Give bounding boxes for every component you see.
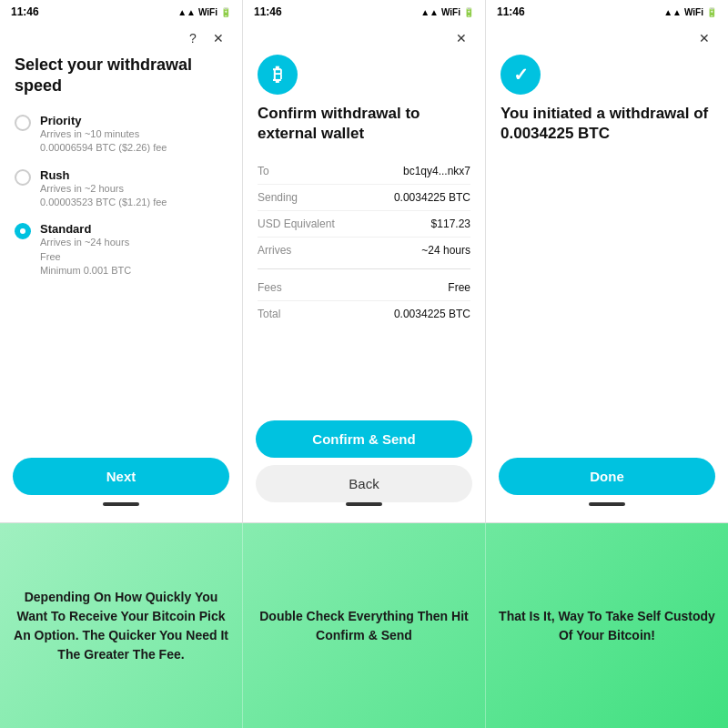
- detail-value-usd: $117.23: [431, 217, 470, 230]
- screen3-footer: Done: [486, 450, 728, 522]
- confirm-send-button[interactable]: Confirm & Send: [256, 420, 472, 458]
- btc-icon: ₿: [258, 55, 298, 95]
- status-time-3: 11:46: [497, 5, 525, 18]
- status-icons-3: ▲▲ WiFi 🔋: [663, 7, 717, 17]
- priority-desc2: 0.00006594 BTC ($2.26) fee: [40, 141, 167, 155]
- caption-cell-2: Double Check Everything Then Hit Confirm…: [243, 523, 486, 728]
- detail-usd: USD Equivalent $117.23: [258, 211, 470, 238]
- caption-cell-3: That Is It, Way To Take Self Custody Of …: [486, 523, 728, 728]
- battery-icon-3: 🔋: [706, 7, 717, 17]
- rush-desc1: Arrives in ~2 hours: [40, 182, 167, 196]
- status-icons-1: ▲▲ WiFi 🔋: [177, 7, 231, 17]
- close-icon-1[interactable]: ✕: [209, 29, 228, 47]
- success-title: You initiated a withdrawal of 0.0034225 …: [500, 104, 713, 144]
- detail-to: To bc1qy4...nkx7: [258, 158, 470, 185]
- radio-priority[interactable]: [15, 115, 31, 131]
- home-indicator-3: [589, 502, 625, 506]
- wifi-icon-3: WiFi: [684, 7, 703, 17]
- help-icon[interactable]: ?: [184, 29, 202, 47]
- standard-label: Standard: [40, 222, 131, 236]
- priority-desc1: Arrives in ~10 minutes: [40, 127, 167, 141]
- radio-rush[interactable]: [15, 169, 31, 186]
- status-bar-1: 11:46 ▲▲ WiFi 🔋: [0, 0, 242, 22]
- detail-value-sending: 0.0034225 BTC: [394, 191, 470, 204]
- fees-list: Fees Free Total 0.0034225 BTC: [258, 275, 470, 327]
- standard-desc1: Arrives in ~24 hours: [40, 236, 131, 249]
- screens-container: 11:46 ▲▲ WiFi 🔋 ? ✕ Select your withdraw…: [0, 0, 728, 523]
- close-icon-2[interactable]: ✕: [452, 29, 470, 47]
- home-indicator-1: [103, 502, 139, 506]
- option-standard[interactable]: Standard Arrives in ~24 hours Free Minim…: [15, 222, 228, 278]
- detail-arrives: Arrives ~24 hours: [258, 238, 470, 263]
- battery-icon: 🔋: [220, 7, 231, 17]
- details-list: To bc1qy4...nkx7 Sending 0.0034225 BTC U…: [258, 158, 470, 263]
- rush-desc2: 0.00003523 BTC ($1.21) fee: [40, 196, 167, 209]
- back-button[interactable]: Back: [256, 465, 472, 502]
- close-icon-3[interactable]: ✕: [695, 29, 713, 47]
- screen2-header: ✕: [258, 29, 470, 47]
- status-bar-3: 11:46 ▲▲ WiFi 🔋: [486, 0, 728, 22]
- caption-text-1: Depending On How Quickly You Want To Rec…: [11, 588, 231, 664]
- battery-icon-2: 🔋: [463, 7, 474, 17]
- caption-text-2: Double Check Everything Then Hit Confirm…: [254, 607, 474, 645]
- fees-divider: [258, 268, 470, 269]
- screen-withdrawal-speed: 11:46 ▲▲ WiFi 🔋 ? ✕ Select your withdraw…: [0, 0, 243, 522]
- signal-icon-2: ▲▲: [420, 7, 439, 17]
- done-button[interactable]: Done: [499, 458, 715, 495]
- detail-label-fees: Fees: [258, 281, 282, 294]
- screen1-title: Select your withdrawal speed: [15, 55, 228, 97]
- status-bar-2: 11:46 ▲▲ WiFi 🔋: [243, 0, 485, 22]
- captions-container: Depending On How Quickly You Want To Rec…: [0, 523, 728, 728]
- option-rush[interactable]: Rush Arrives in ~2 hours 0.00003523 BTC …: [15, 168, 228, 210]
- detail-value-to: bc1qy4...nkx7: [403, 165, 470, 177]
- detail-value-fees: Free: [448, 281, 470, 294]
- detail-label-arrives: Arrives: [258, 244, 291, 257]
- status-time-2: 11:46: [254, 5, 282, 18]
- option-priority[interactable]: Priority Arrives in ~10 minutes 0.000065…: [15, 114, 228, 156]
- screen1-footer: Next: [0, 450, 242, 522]
- detail-fees: Fees Free: [258, 275, 470, 301]
- status-time-1: 11:46: [11, 5, 39, 18]
- rush-label: Rush: [40, 168, 167, 182]
- detail-label-total: Total: [258, 308, 280, 320]
- check-icon: ✓: [500, 55, 541, 95]
- screen-success: 11:46 ▲▲ WiFi 🔋 ✕ ✓ You initiated a with…: [486, 0, 728, 522]
- detail-label-to: To: [258, 165, 269, 177]
- detail-value-total: 0.0034225 BTC: [394, 308, 470, 320]
- detail-sending: Sending 0.0034225 BTC: [258, 185, 470, 211]
- status-icons-2: ▲▲ WiFi 🔋: [420, 7, 474, 17]
- next-button[interactable]: Next: [13, 458, 229, 495]
- caption-text-3: That Is It, Way To Take Self Custody Of …: [497, 607, 717, 645]
- home-indicator-2: [346, 502, 382, 506]
- screen3-header: ✕: [500, 29, 713, 47]
- wifi-icon-2: WiFi: [441, 7, 460, 17]
- screen2-footer: Confirm & Send Back: [243, 413, 485, 522]
- detail-label-usd: USD Equivalent: [258, 217, 335, 230]
- detail-label-sending: Sending: [258, 191, 298, 204]
- signal-icon-3: ▲▲: [663, 7, 682, 17]
- priority-label: Priority: [40, 114, 167, 127]
- wifi-icon: WiFi: [198, 7, 217, 17]
- standard-desc2: Free: [40, 250, 131, 264]
- detail-total: Total 0.0034225 BTC: [258, 301, 470, 327]
- detail-value-arrives: ~24 hours: [421, 244, 470, 257]
- caption-cell-1: Depending On How Quickly You Want To Rec…: [0, 523, 243, 728]
- screen-confirm: 11:46 ▲▲ WiFi 🔋 ✕ ₿ Confirm withdrawal t…: [243, 0, 486, 522]
- radio-standard[interactable]: [15, 223, 31, 239]
- confirm-title: Confirm withdrawal to external wallet: [258, 104, 470, 144]
- screen1-header: ? ✕: [15, 29, 228, 47]
- standard-desc3: Minimum 0.001 BTC: [40, 264, 131, 278]
- signal-icon: ▲▲: [177, 7, 196, 17]
